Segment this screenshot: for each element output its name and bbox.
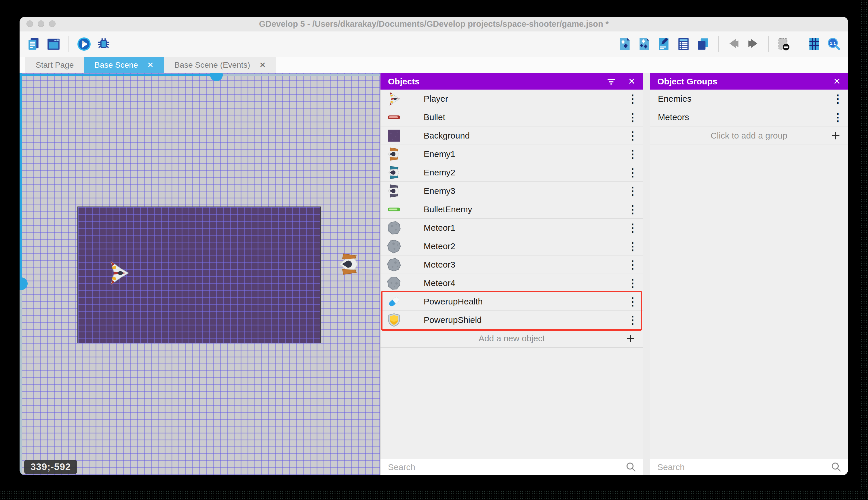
- object-list-item[interactable]: Enemy3⋮: [380, 182, 643, 200]
- close-object-groups-panel-icon[interactable]: ✕: [833, 76, 841, 87]
- bullet-red-icon: [387, 110, 401, 124]
- add-object-row[interactable]: Add a new object +: [380, 329, 643, 348]
- object-thumbnail: [387, 184, 401, 198]
- open-instances-list-button[interactable]: [676, 36, 692, 52]
- object-menu-icon[interactable]: ⋮: [624, 93, 641, 104]
- group-menu-icon[interactable]: ⋮: [830, 93, 846, 104]
- enemy2-sprite-icon: [387, 165, 401, 180]
- object-name: BulletEnemy: [424, 204, 624, 214]
- toolbar-separator: [718, 36, 719, 52]
- object-menu-icon[interactable]: ⋮: [624, 149, 641, 160]
- properties-icon: [657, 37, 671, 51]
- objects-search-input[interactable]: [380, 462, 624, 472]
- object-name: Background: [424, 131, 624, 140]
- open-objects-panel-button[interactable]: [617, 36, 633, 52]
- plus-icon: +: [831, 127, 840, 144]
- render-options-button[interactable]: [776, 36, 792, 52]
- tab-base-scene[interactable]: Base Scene✕: [84, 57, 164, 73]
- debug-button[interactable]: [96, 36, 112, 52]
- tab-label: Start Page: [36, 60, 74, 70]
- object-list-item[interactable]: Enemy1⋮: [380, 145, 643, 163]
- main-toolbar: [20, 31, 848, 57]
- object-menu-icon[interactable]: ⋮: [624, 259, 641, 270]
- undo-button[interactable]: [726, 36, 742, 52]
- play-button[interactable]: [76, 36, 92, 52]
- groups-search-input[interactable]: [650, 462, 830, 472]
- toolbar-separator: [768, 36, 769, 52]
- object-menu-icon[interactable]: ⋮: [624, 296, 641, 307]
- desktop-background: GDevelop 5 - /Users/dkarakay/Documents/G…: [0, 0, 868, 500]
- open-properties-button[interactable]: [656, 36, 672, 52]
- zoom-1-1-icon: [826, 37, 841, 51]
- plus-icon: +: [626, 330, 635, 347]
- object-menu-icon[interactable]: ⋮: [624, 315, 641, 326]
- enemy3-sprite-icon: [387, 184, 401, 198]
- open-object-groups-button[interactable]: [636, 36, 653, 52]
- close-tab-icon[interactable]: ✕: [259, 60, 266, 70]
- render-options-icon: [776, 37, 791, 51]
- object-list-item[interactable]: Meteor1⋮: [380, 219, 643, 237]
- add-object-label: Add a new object: [479, 333, 545, 343]
- minimize-window-button[interactable]: [38, 21, 44, 27]
- object-menu-icon[interactable]: ⋮: [624, 204, 641, 215]
- object-menu-icon[interactable]: ⋮: [624, 112, 641, 123]
- object-menu-icon[interactable]: ⋮: [624, 185, 641, 196]
- object-list-item[interactable]: PowerupHealth⋮: [380, 292, 643, 311]
- close-window-button[interactable]: [26, 21, 33, 27]
- object-name: Meteor4: [424, 278, 624, 288]
- object-menu-icon[interactable]: ⋮: [624, 278, 641, 288]
- vertical-scroll-indicator[interactable]: [20, 73, 22, 290]
- zoom-window-button[interactable]: [49, 21, 56, 27]
- object-list-item[interactable]: Meteor2⋮: [380, 237, 643, 255]
- horizontal-scroll-track[interactable]: [223, 74, 380, 76]
- redo-button[interactable]: [745, 36, 761, 52]
- object-name: Meteor1: [424, 223, 624, 233]
- tab-base-scene-events[interactable]: Base Scene (Events)✕: [164, 57, 276, 73]
- object-name: PowerupShield: [424, 315, 624, 325]
- zoom-original-button[interactable]: [826, 36, 842, 52]
- object-menu-icon[interactable]: ⋮: [624, 222, 641, 233]
- horizontal-scroll-knob[interactable]: [210, 73, 223, 81]
- add-group-row[interactable]: Click to add a group +: [650, 126, 848, 145]
- group-list-item[interactable]: Meteors⋮: [650, 108, 848, 126]
- enemy1-instance[interactable]: [338, 251, 361, 277]
- group-menu-icon[interactable]: ⋮: [830, 112, 846, 123]
- object-menu-icon[interactable]: ⋮: [624, 241, 641, 252]
- object-list-item[interactable]: Bullet⋮: [380, 108, 643, 126]
- toggle-grid-button[interactable]: [806, 36, 822, 52]
- objects-search-bar: [380, 459, 643, 475]
- desktop-noise-right: [860, 0, 868, 500]
- object-list-item[interactable]: Enemy2⋮: [380, 163, 643, 182]
- horizontal-scroll-indicator[interactable]: [20, 74, 223, 76]
- open-layers-button[interactable]: [695, 36, 711, 52]
- object-list-item[interactable]: Meteor4⋮: [380, 274, 643, 292]
- object-list-item[interactable]: BulletEnemy⋮: [380, 200, 643, 219]
- scene-canvas[interactable]: 339;-592: [20, 73, 380, 475]
- object-menu-icon[interactable]: ⋮: [624, 130, 641, 141]
- object-thumbnail: [387, 313, 401, 327]
- vertical-scroll-knob[interactable]: [20, 277, 28, 290]
- object-list-item[interactable]: Meteor3⋮: [380, 255, 643, 274]
- player-instance[interactable]: [106, 258, 131, 288]
- object-thumbnail: [387, 202, 401, 217]
- object-menu-icon[interactable]: ⋮: [624, 167, 641, 178]
- add-group-label: Click to add a group: [711, 131, 787, 140]
- close-objects-panel-icon[interactable]: ✕: [628, 76, 635, 87]
- objects-panel: Objects ✕ Player⋮Bullet⋮Background⋮Enemy…: [380, 73, 643, 475]
- group-name: Meteors: [658, 112, 830, 122]
- object-list-item[interactable]: PowerupShield⋮: [380, 311, 643, 329]
- group-list-item[interactable]: Enemies⋮: [650, 90, 848, 108]
- groups-panel-spacer: [650, 145, 848, 459]
- close-tab-icon[interactable]: ✕: [147, 60, 154, 70]
- scene-editor-button[interactable]: [46, 36, 62, 52]
- filter-button[interactable]: [605, 75, 618, 88]
- object-thumbnail: [387, 294, 401, 309]
- project-manager-button[interactable]: [26, 36, 42, 52]
- health-pill-icon: [387, 294, 401, 309]
- vertical-scroll-track[interactable]: [20, 290, 22, 475]
- tab-start-page[interactable]: Start Page: [25, 57, 84, 73]
- object-list-item[interactable]: Player⋮: [380, 90, 643, 108]
- objects-panel-header: Objects ✕: [380, 73, 643, 90]
- panel-divider: [643, 73, 650, 475]
- object-list-item[interactable]: Background⋮: [380, 126, 643, 145]
